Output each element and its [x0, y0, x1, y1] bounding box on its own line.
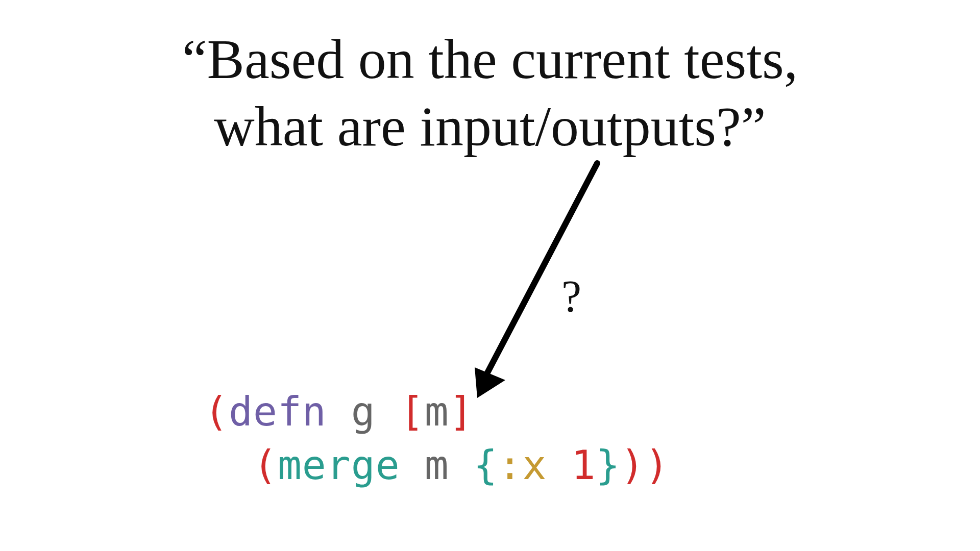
- paren-close: ): [645, 442, 669, 488]
- space: [376, 389, 400, 435]
- space: [547, 442, 572, 488]
- indent: [204, 442, 253, 488]
- literal-1: 1: [571, 442, 596, 488]
- keyword-x: :x: [498, 442, 547, 488]
- bracket-close: ]: [449, 389, 474, 435]
- space: [449, 442, 474, 488]
- space: [400, 442, 425, 488]
- slide: “Based on the current tests, what are in…: [0, 0, 980, 551]
- brace-close: }: [596, 442, 620, 488]
- bracket-open: [: [400, 389, 425, 435]
- question-mark: ?: [561, 270, 581, 322]
- heading: “Based on the current tests, what are in…: [0, 26, 980, 160]
- heading-line-1: “Based on the current tests,: [0, 26, 980, 93]
- paren-open: (: [204, 389, 229, 435]
- fn-name: g: [351, 389, 376, 435]
- keyword-defn: defn: [229, 389, 327, 435]
- code-block: (defn g [m] (merge m {:x 1})): [204, 385, 669, 493]
- fn-merge: merge: [278, 442, 400, 488]
- paren-close: ): [620, 442, 645, 488]
- arrow: [449, 143, 643, 408]
- paren-open: (: [253, 442, 278, 488]
- param-m: m: [425, 389, 449, 435]
- arg-m: m: [425, 442, 449, 488]
- space: [327, 389, 351, 435]
- brace-open: {: [474, 442, 498, 488]
